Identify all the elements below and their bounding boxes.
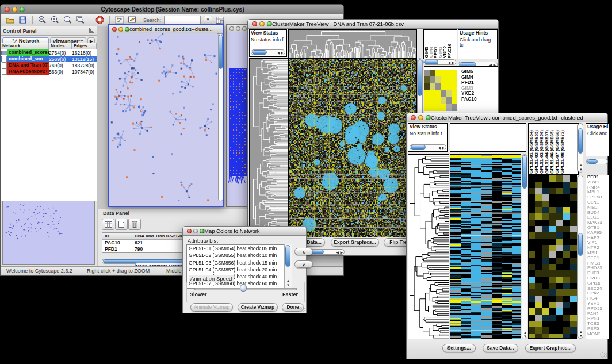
minimize-icon[interactable] — [236, 26, 240, 31]
network-row[interactable]: DNA and Tran 07769(0)183728(0) — [1, 62, 97, 68]
doc-icon — [1, 68, 7, 75]
animate-vizmap-button[interactable]: Animate Vizmap — [190, 303, 233, 312]
matrix-cell — [446, 90, 452, 97]
search-input[interactable] — [164, 16, 201, 24]
create-vizmap-button[interactable]: Create Vizmap — [238, 303, 278, 312]
zoom-in-icon[interactable] — [50, 15, 60, 25]
slider-thumb[interactable] — [240, 284, 247, 292]
tv2-hints-hscrollbar[interactable] — [586, 159, 608, 164]
matrix-cell — [446, 104, 452, 111]
attribute-item[interactable]: GPL51-02 (GSM855) heat shock 10 min — [187, 252, 290, 259]
annotation-icon[interactable] — [127, 15, 137, 25]
array-label[interactable]: GPL51-08 (GSM872) — [560, 130, 565, 174]
zoom-selected-icon[interactable] — [63, 15, 72, 25]
zoom-out-icon[interactable] — [37, 15, 47, 25]
network-canvas-2[interactable] — [227, 32, 248, 206]
tv2-heatmap-vscrollbar[interactable]: ▲▼ — [522, 154, 527, 339]
treeview2-title-bar[interactable]: ClusterMaker TreeView : combined_scores_… — [407, 113, 607, 122]
tv2-zoom-heatmap[interactable] — [528, 175, 577, 339]
minimize-icon[interactable] — [118, 27, 123, 32]
tv2-labels-vscrollbar[interactable]: ▲▼ — [577, 123, 583, 173]
dialog-title-bar[interactable]: Map Colors to Network — [183, 227, 306, 236]
tv2-status-hscrollbar[interactable]: ◀▶ — [410, 144, 446, 150]
attribute-item[interactable]: GPL51-04 (GSM857) heat shock 20 min — [187, 266, 290, 273]
zoom-window-icon[interactable] — [426, 115, 431, 120]
search-dropdown-arrow-icon[interactable]: ▼ — [204, 16, 212, 24]
zoom-window-icon[interactable] — [125, 27, 129, 32]
network-overview-thumbnail[interactable] — [2, 201, 95, 265]
zoom-fit-icon[interactable] — [75, 15, 85, 25]
zoom-window-icon[interactable] — [20, 7, 25, 12]
attribute-item[interactable]: GPL51-01 (GSM854) heat shock 05 min — [187, 245, 290, 252]
network-view-window-1[interactable]: combined_scores_good.txt--cluste... — [108, 24, 224, 207]
minimize-icon[interactable] — [12, 7, 17, 12]
zoom-window-icon[interactable] — [242, 26, 247, 31]
treeview1-title-bar[interactable]: ClusterMaker TreeView : DNA and Tran 07-… — [248, 20, 498, 29]
delete-attribute-icon[interactable] — [128, 219, 141, 230]
minimize-icon[interactable] — [418, 115, 423, 120]
tv1-heatmap[interactable] — [288, 58, 417, 237]
attribute-item[interactable]: GPL51-03 (GSM856) heat shock 15 min — [187, 259, 290, 266]
close-icon[interactable] — [252, 21, 257, 26]
tv2-export-graphics-button[interactable]: Export Graphics... — [525, 344, 576, 352]
close-icon[interactable] — [230, 26, 234, 31]
tv1-array-dendrogram[interactable] — [288, 29, 417, 58]
data-panel-title: Data Panel — [103, 210, 129, 216]
array-label[interactable]: GPL51-07 (GSM868) — [555, 130, 560, 174]
array-label[interactable]: PAC10 — [447, 44, 452, 58]
network-vscrollbar[interactable] — [218, 33, 223, 201]
tv2-save-data-button[interactable]: Save Data... — [483, 344, 518, 352]
network-row[interactable]: RNAPuberNov2+563(0)107847(0) — [1, 68, 97, 75]
resize-grip[interactable] — [600, 352, 607, 358]
tv2-gene-dendrogram[interactable] — [408, 154, 449, 339]
close-icon[interactable] — [5, 7, 10, 12]
window-controls[interactable] — [5, 7, 25, 12]
array-label[interactable]: GPL51-06 (GSM865) — [550, 130, 554, 174]
control-panel: Control Panel Network VizMapper™ ▶ Netwo… — [1, 26, 97, 267]
gene-label[interactable]: PAC10 — [460, 97, 496, 102]
help-lifering-icon[interactable] — [95, 15, 105, 25]
save-icon[interactable] — [18, 15, 28, 25]
matrix-cell — [452, 70, 458, 76]
gene-label[interactable]: MON2 — [586, 332, 609, 337]
network-list-header[interactable]: Network Nodes Edges — [1, 43, 97, 49]
array-label[interactable]: GPL51-03 (GSM856) — [540, 130, 544, 174]
tv1-bottom-hscrollbar[interactable]: ◀▶ — [308, 249, 345, 255]
zoom-window-icon[interactable] — [267, 21, 272, 26]
open-file-icon[interactable] — [5, 15, 15, 25]
array-label[interactable]: GPL51-04 (GSM857) — [545, 130, 549, 174]
matrix-cell — [435, 76, 441, 83]
resize-grip[interactable] — [299, 306, 305, 312]
move-up-button[interactable]: ∧ — [294, 248, 313, 255]
attribute-select-icon[interactable] — [102, 219, 114, 230]
close-icon[interactable] — [112, 27, 117, 32]
network-overview-icon[interactable] — [114, 15, 124, 25]
network-row[interactable]: combined_scores_2764(0)16218(0) — [1, 49, 97, 56]
minimize-icon[interactable] — [193, 229, 198, 233]
child1-title-bar[interactable]: combined_scores_good.txt--cluste... — [109, 25, 223, 34]
node-count: 2764(0) — [49, 50, 72, 56]
array-label[interactable]: GPL51-01 (GSM854) — [529, 130, 534, 174]
move-down-button[interactable]: ∨ — [294, 260, 313, 268]
network-row[interactable]: combined_sco2569(6)13112(15) — [1, 56, 97, 62]
new-attribute-icon[interactable] — [115, 219, 128, 230]
network-canvas-1[interactable] — [109, 33, 217, 201]
float-panel-icon[interactable] — [89, 28, 94, 34]
matrix-cell — [424, 104, 430, 111]
tv1-export-graphics-button[interactable]: Export Graphics... — [331, 238, 379, 247]
minimize-icon[interactable] — [259, 21, 265, 26]
tv1-gene-dendrogram[interactable] — [249, 58, 288, 237]
tv2-array-dendrogram-panel[interactable] — [450, 123, 526, 152]
tv1-similarity-matrix[interactable] — [424, 70, 457, 111]
tv2-zoom-vscrollbar[interactable]: ▲▼ — [577, 175, 583, 339]
cytopanel-icon[interactable] — [215, 15, 225, 25]
array-label[interactable]: GPL51-02 (GSM855) — [534, 130, 539, 174]
tv2-heatmap[interactable] — [450, 154, 521, 339]
tv2-settings-button[interactable]: Settings... — [442, 344, 476, 352]
tv1-status-hscrollbar[interactable]: ◀▶ — [251, 49, 285, 55]
zoom-window-icon[interactable] — [200, 229, 204, 233]
tv1-array-hscrollbar[interactable]: ◀▶ — [423, 59, 456, 65]
main-title-bar[interactable]: Cytoscape Desktop (Session Name: collins… — [1, 5, 343, 14]
close-icon[interactable] — [411, 115, 416, 120]
close-icon[interactable] — [187, 229, 192, 233]
